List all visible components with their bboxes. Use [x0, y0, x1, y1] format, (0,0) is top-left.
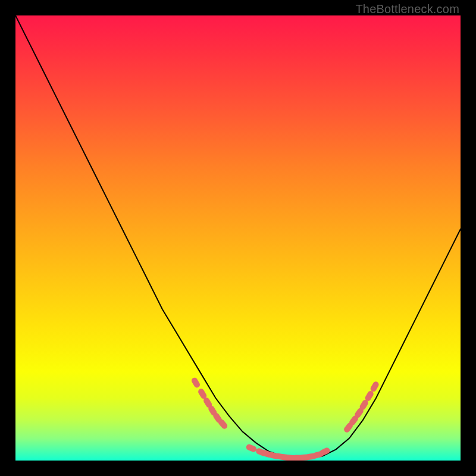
- chart-svg: [15, 15, 461, 461]
- data-markers: [190, 377, 380, 461]
- data-marker: [245, 443, 257, 453]
- data-marker: [369, 381, 380, 393]
- watermark-text: TheBottleneck.com: [355, 2, 459, 16]
- plot-area: [15, 15, 461, 461]
- data-marker: [190, 377, 201, 389]
- bottleneck-curve: [15, 15, 461, 458]
- chart-frame: TheBottleneck.com: [0, 0, 476, 476]
